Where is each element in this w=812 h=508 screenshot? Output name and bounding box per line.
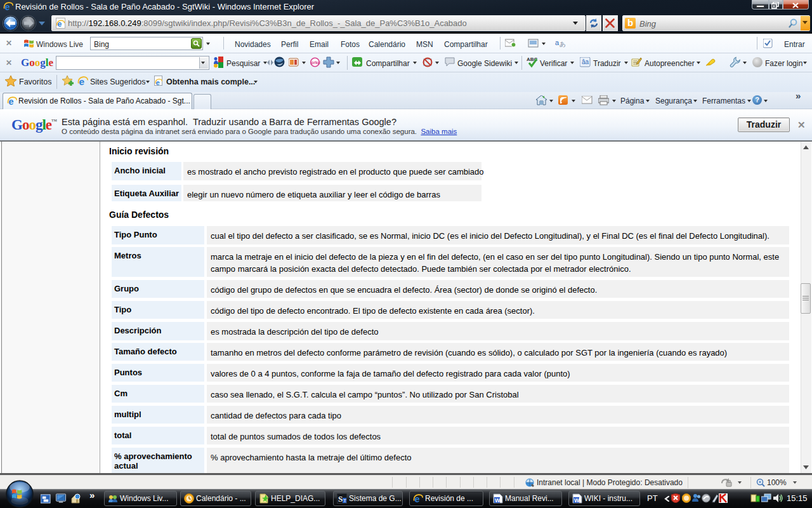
svg-text:S: S [338, 494, 343, 504]
svg-text:âa: âa [582, 58, 589, 65]
svg-text:W: W [574, 497, 580, 504]
svg-text:orkut: orkut [311, 60, 321, 65]
svg-text:W: W [495, 497, 501, 504]
svg-text:T: T [343, 498, 346, 504]
svg-text:a: a [555, 39, 560, 46]
svg-text:あ: あ [560, 41, 566, 48]
